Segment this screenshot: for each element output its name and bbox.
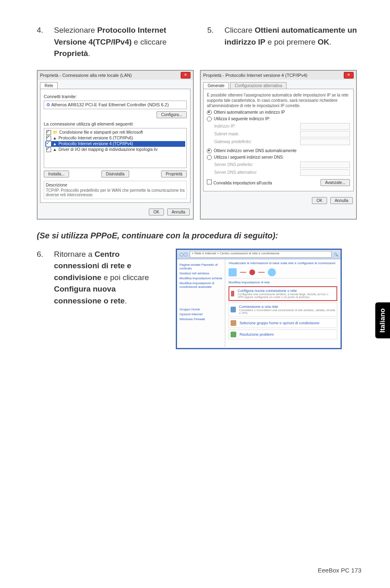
- sidebar-link[interactable]: Modifica impostazioni di condivisione av…: [179, 281, 222, 289]
- radio-manual-ip[interactable]: [207, 117, 212, 121]
- tab-network[interactable]: Rete: [40, 82, 58, 89]
- connect-network-link[interactable]: Connessione a una rete: [239, 305, 335, 309]
- cancel-button[interactable]: Annulla: [167, 209, 190, 215]
- step5-text: Cliccare Ottieni automaticamente un indi…: [224, 25, 361, 48]
- x-icon: [249, 269, 255, 275]
- radio-auto-ip[interactable]: [207, 110, 212, 115]
- tab-general[interactable]: Generale: [203, 82, 229, 89]
- gateway-field: [300, 139, 350, 145]
- back-icon[interactable]: ◯◯: [179, 252, 188, 256]
- step6-number: 6.: [37, 249, 46, 307]
- ipv4-properties-dialog: Proprietà - Protocollo Internet versione…: [200, 70, 357, 220]
- lan-properties-dialog: Proprietà - Connessione alla rete locale…: [37, 70, 194, 220]
- radio-auto-dns[interactable]: [207, 148, 212, 153]
- protocol-listbox[interactable]: 📁 Condivisione file e stampanti per reti…: [44, 128, 187, 168]
- close-icon[interactable]: ✕: [344, 72, 354, 79]
- ok-button[interactable]: OK: [149, 209, 164, 215]
- network-center-screenshot: ◯◯ « Rete e Internet » Centro connession…: [176, 249, 342, 349]
- items-label: La connessione utilizza gli elementi seg…: [44, 121, 187, 126]
- step4-text: Selezionare Protocollo Internet Versione…: [54, 25, 191, 60]
- connect-icon: [231, 307, 236, 312]
- new-connection-link[interactable]: Configura nuova connessione o rete: [238, 289, 335, 293]
- sidebar-link[interactable]: Gestisci reti wireless: [179, 272, 222, 275]
- dns2-field: [300, 169, 350, 176]
- step6-text: Ritornare a Centro connessioni di rete e…: [54, 249, 164, 307]
- ok-button[interactable]: OK: [312, 197, 327, 204]
- radio-manual-dns[interactable]: [207, 155, 212, 160]
- tab-alt-config[interactable]: Configurazione alternativa: [230, 82, 287, 89]
- description-heading: Descrizione: [46, 183, 185, 187]
- pppoe-heading: (Se si utilizza PPPoE, continuare con la…: [37, 231, 361, 240]
- advanced-button[interactable]: Avanzate...: [321, 179, 350, 186]
- dialog2-title: Proprietà - Protocollo Internet versione…: [203, 73, 307, 78]
- troubleshoot-link[interactable]: Risoluzione problemi: [240, 332, 274, 337]
- sidebar-link[interactable]: Gruppo Home: [179, 307, 222, 311]
- step5-number: 5.: [207, 25, 216, 48]
- ipv4-intro-text: È possibile ottenere l'assegnazione auto…: [207, 92, 350, 108]
- uninstall-button[interactable]: Disinstalla: [101, 171, 129, 177]
- homegroup-link[interactable]: Selezione gruppo home e opzioni di condi…: [240, 321, 319, 325]
- sidebar-link[interactable]: Modifica impostazioni scheda: [179, 276, 222, 280]
- main-title: Visualizzare le informazioni di base sul…: [229, 261, 337, 265]
- sidebar-link[interactable]: Windows Firewall: [179, 317, 222, 321]
- adapter-field: ⚙ Atheros AR8132 PCI-E Fast Ethernet Con…: [44, 101, 187, 109]
- computer-icon: [229, 268, 237, 276]
- language-tab: Italiano: [375, 303, 390, 339]
- search-icon[interactable]: 🔍: [334, 252, 338, 256]
- globe-icon: [268, 268, 276, 276]
- cancel-button[interactable]: Annulla: [330, 197, 353, 204]
- dialog1-title: Proprietà - Connessione alla rete locale…: [40, 73, 132, 78]
- install-button[interactable]: Installa...: [44, 171, 69, 177]
- ip-address-field: [300, 123, 350, 130]
- validate-checkbox[interactable]: [207, 180, 212, 184]
- close-icon[interactable]: ✕: [181, 72, 191, 79]
- step4-number: 4.: [37, 25, 46, 60]
- page-footer: EeeBox PC 173: [318, 567, 361, 574]
- wizard-icon: [231, 291, 234, 296]
- connect-using-label: Connetti tramite:: [44, 94, 187, 99]
- homegroup-icon: [231, 320, 236, 326]
- troubleshoot-icon: [231, 332, 236, 337]
- subnet-mask-field: [300, 131, 350, 137]
- description-text: TCP/IP. Protocollo predefinito per le WA…: [46, 188, 185, 197]
- sidebar: Pagina iniziale Pannello di controllo Ge…: [177, 259, 225, 348]
- address-bar[interactable]: « Rete e Internet » Centro connessioni d…: [190, 251, 332, 258]
- sidebar-link[interactable]: Pagina iniziale Pannello di controllo: [179, 263, 222, 270]
- configure-button[interactable]: Configura...: [157, 111, 187, 118]
- dns1-field: [300, 162, 350, 168]
- sidebar-link[interactable]: Opzioni Internet: [179, 312, 222, 316]
- properties-button[interactable]: Proprietà: [161, 171, 187, 177]
- section-heading: Modifica impostazioni di rete: [229, 281, 337, 284]
